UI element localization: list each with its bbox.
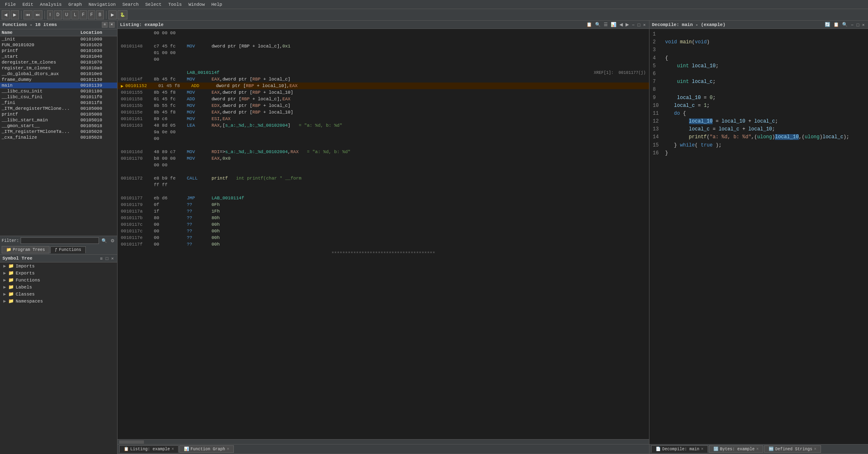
- functions-list[interactable]: _init 00101000 FUN_00101020 00101020 pri…: [0, 36, 117, 236]
- panel-icon-close[interactable]: ×: [109, 22, 115, 28]
- menu-analysis[interactable]: Analysis: [37, 1, 65, 8]
- code-line-12: 12 local_10 = local_10 + local_c;: [653, 118, 865, 125]
- toolbar-run[interactable]: ▶: [108, 10, 117, 19]
- decompiler-close[interactable]: ×: [861, 22, 866, 27]
- func-row-libc-csu-fini[interactable]: __libc_csu_fini 001011f0: [0, 94, 117, 100]
- menu-edit[interactable]: Edit: [19, 1, 36, 8]
- listing-row-hex6: ff ff: [118, 182, 649, 188]
- tree-item-labels[interactable]: ▶ 📁 Labels: [0, 284, 117, 291]
- decompiler-bottom-tabs: 📄 Decompile: main × 🔢 Bytes: example × 🔤…: [649, 444, 868, 454]
- func-row-fini[interactable]: _fini 001011f8: [0, 100, 117, 106]
- toolbar-l[interactable]: L: [71, 10, 79, 19]
- folder-icon-classes: 📁: [8, 291, 14, 297]
- functions-title: Functions - 18 items: [2, 22, 57, 27]
- menubar: File Edit Analysis Graph Navigation Sear…: [0, 0, 868, 9]
- panel-icon-list[interactable]: ≡: [102, 22, 108, 28]
- func-row-main[interactable]: main 00101139: [0, 83, 117, 88]
- middle-panel: Listing: example 📋 🔍 ☰ 📊 ◀ ▶ − □ × 00 00…: [118, 21, 649, 454]
- tab-bytes-example[interactable]: 🔢 Bytes: example ×: [709, 445, 763, 453]
- toolbar-b[interactable]: B: [96, 10, 104, 19]
- toolbar-i[interactable]: I: [47, 10, 53, 19]
- listing-icon4[interactable]: 📊: [610, 22, 617, 27]
- func-row-cxa-finalize[interactable]: _cxa_finalize 00105028: [0, 135, 117, 140]
- listing-icon2[interactable]: 🔍: [594, 22, 602, 27]
- func-row-printf2[interactable]: printf 00105008: [0, 111, 117, 117]
- menu-tools[interactable]: Tools: [165, 1, 185, 8]
- listing-close[interactable]: ×: [642, 22, 647, 27]
- listing-row-00101163: 00101163 48 8d 05 LEA RAX,[s_a:_%d,_b:_%…: [118, 122, 649, 129]
- tree-item-exports[interactable]: ▶ 📁 Exports: [0, 270, 117, 277]
- toolbar-d[interactable]: D: [54, 10, 62, 19]
- listing-icon1[interactable]: 📋: [586, 22, 593, 27]
- toolbar-sep3: [106, 11, 106, 19]
- listing-minimize[interactable]: −: [631, 22, 635, 27]
- toolbar-u[interactable]: U: [63, 10, 71, 19]
- decompiler-icon3[interactable]: 🔍: [841, 22, 849, 27]
- func-row-libc-start[interactable]: __libc_start_main 00105010: [0, 117, 117, 123]
- symbol-tree-icon1[interactable]: ≡: [99, 256, 103, 261]
- functions-filter-icon[interactable]: 🔍: [101, 238, 108, 244]
- func-row-start[interactable]: _start 00101040: [0, 54, 117, 59]
- decompiler-icon2[interactable]: 📋: [833, 22, 840, 27]
- func-row-fun00101020[interactable]: FUN_00101020 00101020: [0, 42, 117, 48]
- listing-separator: ★★★★★★★★★★★★★★★★★★★★★★★★★★★★★★★★★★★★★★: [118, 248, 649, 256]
- toolbar-undo[interactable]: ⏮: [24, 10, 33, 19]
- func-row-libc-csu-init[interactable]: __libc_csu_init 00101180: [0, 88, 117, 94]
- tab-program-trees[interactable]: 📁 Program Trees: [2, 246, 49, 253]
- toolbar-f1[interactable]: F: [80, 10, 87, 19]
- tree-item-functions[interactable]: ▶ 📁 Functions: [0, 277, 117, 284]
- func-row-deregister[interactable]: deregister_tm_clones 00101070: [0, 59, 117, 65]
- tab-defined-strings[interactable]: 🔤 Defined Strings ×: [764, 445, 821, 453]
- scrollbar-thumb[interactable]: [119, 440, 144, 444]
- func-row-gmon[interactable]: __gmon_start__ 00105018: [0, 123, 117, 129]
- decompiler-maximize[interactable]: □: [856, 22, 860, 27]
- func-row-register[interactable]: register_tm_clones 001010a0: [0, 65, 117, 71]
- menu-window[interactable]: Window: [185, 1, 208, 8]
- listing-icon6[interactable]: ▶: [625, 22, 630, 27]
- listing-row: [118, 36, 649, 43]
- tab-listing-example[interactable]: 📋 Listing: example ×: [119, 445, 179, 453]
- tab-function-graph[interactable]: 📊 Function Graph ×: [179, 445, 234, 453]
- decompiler-minimize[interactable]: −: [850, 22, 854, 27]
- toolbar-forward[interactable]: ▶: [11, 10, 19, 19]
- tree-item-imports[interactable]: ▶ 📁 Imports: [0, 262, 117, 270]
- func-row-itm-deregister[interactable]: _ITM_deregisterTMClone... 00105000: [0, 106, 117, 111]
- func-row-do-global[interactable]: __do_global_dtors_aux 001010e0: [0, 71, 117, 77]
- func-row-printf1[interactable]: printf 00101030: [0, 48, 117, 54]
- listing-maximize[interactable]: □: [637, 22, 641, 27]
- func-row-itm-register[interactable]: _ITM_registerTMCloneTa... 00105020: [0, 129, 117, 135]
- menu-graph[interactable]: Graph: [65, 1, 85, 8]
- listing-icon3[interactable]: ☰: [603, 22, 609, 27]
- tree-label-exports: Exports: [16, 271, 35, 276]
- toolbar-redo[interactable]: ⏭: [33, 10, 42, 19]
- menu-search[interactable]: Search: [119, 1, 142, 8]
- listing-row-00101155: 00101155 8b 45 f8 MOV EAX,dword ptr [RBP…: [118, 89, 649, 96]
- symbol-tree-icon3[interactable]: ×: [111, 256, 115, 261]
- toolbar-python[interactable]: 🐍: [118, 10, 127, 19]
- func-row-frame-dummy[interactable]: frame_dummy 00101130: [0, 77, 117, 83]
- functions-filter-input[interactable]: [21, 237, 99, 244]
- arrow-functions: ▶: [3, 277, 8, 283]
- toolbar-f2[interactable]: F: [88, 10, 95, 19]
- functions-filter-settings[interactable]: ⚙: [110, 238, 115, 244]
- menu-select[interactable]: Select: [142, 1, 165, 8]
- tab-functions[interactable]: ƒ Functions: [50, 246, 86, 253]
- menu-help[interactable]: Help: [208, 1, 226, 8]
- toolbar-back[interactable]: ◀: [2, 10, 10, 19]
- listing-content[interactable]: 00 00 00 00101148 c7 45 fc MOV dword ptr…: [118, 29, 649, 439]
- listing-bottom-tabs: 📋 Listing: example × 📊 Function Graph ×: [118, 444, 649, 454]
- decompiler-icon1[interactable]: 🔄: [824, 22, 831, 27]
- symbol-tree-icon2[interactable]: □: [105, 256, 109, 261]
- tab-decompile-main[interactable]: 📄 Decompile: main ×: [651, 445, 708, 453]
- listing-row-blank3: [118, 168, 649, 175]
- tree-item-classes[interactable]: ▶ 📁 Classes: [0, 291, 117, 298]
- listing-icon5[interactable]: ◀: [619, 22, 623, 27]
- tree-label-namespaces: Namespaces: [16, 299, 43, 304]
- menu-navigation[interactable]: Navigation: [85, 1, 119, 8]
- menu-file[interactable]: File: [2, 1, 19, 8]
- listing-scrollbar[interactable]: [118, 439, 649, 444]
- tree-item-namespaces[interactable]: ▶ 📁 Namespaces: [0, 298, 117, 305]
- listing-header-icons: 📋 🔍 ☰ 📊 ◀ ▶ − □ ×: [586, 22, 647, 27]
- decompile-content[interactable]: 1 2void main(void) 3 4{ 5 uint local_10;…: [649, 29, 868, 444]
- func-row-init[interactable]: _init 00101000: [0, 36, 117, 42]
